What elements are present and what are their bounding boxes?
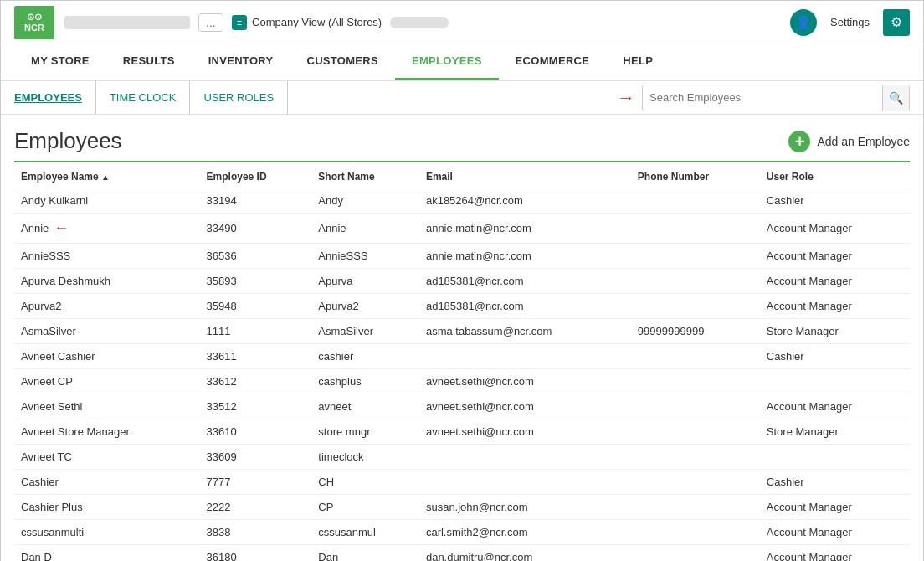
cell-short-name: Apurva	[311, 269, 419, 294]
cell-phone	[631, 294, 760, 319]
cell-email: avneet.sethi@ncr.com	[419, 394, 631, 419]
add-employee-label: Add an Employee	[817, 135, 910, 148]
cell-email: ak185264@ncr.com	[419, 188, 631, 214]
add-circle-icon: +	[788, 131, 810, 152]
menu-dots-button[interactable]: ...	[198, 13, 223, 32]
top-bar: ⊙⊙NCR ... ≡ Company View (All Stores) 👤 …	[1, 1, 923, 44]
cell-phone	[631, 445, 760, 470]
cell-email: ad185381@ncr.com	[419, 294, 631, 319]
table-row[interactable]: cssusanmulti3838cssusanmulcarl.smith2@nc…	[14, 520, 910, 545]
cell-email: annie.matin@ncr.com	[419, 214, 631, 244]
table-row[interactable]: Annie←33490Annieannie.matin@ncr.comAccou…	[14, 214, 910, 244]
cell-email	[419, 470, 631, 495]
top-bar-center: ... ≡ Company View (All Stores)	[64, 13, 780, 32]
cell-employee-id: 36180	[200, 545, 312, 562]
cell-employee-id: 35893	[200, 269, 312, 294]
company-view-selector[interactable]: ≡ Company View (All Stores)	[232, 15, 382, 30]
cell-user-role	[760, 445, 910, 470]
cell-email: asma.tabassum@ncr.com	[419, 319, 631, 344]
col-email: Email	[419, 162, 631, 188]
cell-user-role: Account Manager	[760, 294, 910, 319]
cell-phone	[631, 269, 760, 294]
nav-results[interactable]: RESULTS	[106, 44, 192, 80]
cell-employee-name: Andy Kulkarni	[14, 188, 200, 214]
table-row[interactable]: Avneet Cashier33611cashierCashier	[14, 344, 910, 369]
cell-employee-name: AnnieSSS	[14, 244, 200, 269]
cell-employee-id: 33512	[200, 394, 312, 419]
nav-my-store[interactable]: MY STORE	[14, 44, 106, 80]
cell-short-name: avneet	[311, 394, 419, 419]
table-row[interactable]: Andy Kulkarni33194Andyak185264@ncr.comCa…	[14, 188, 910, 214]
cell-employee-id: 33610	[200, 419, 312, 445]
cell-employee-id: 33194	[200, 188, 312, 214]
search-input[interactable]	[643, 91, 882, 104]
cell-short-name: cashier	[311, 344, 419, 369]
table-row[interactable]: Cashier Plus2222CPsusan.john@ncr.comAcco…	[14, 495, 910, 520]
main-nav: MY STORE RESULTS INVENTORY CUSTOMERS EMP…	[1, 44, 923, 81]
cell-employee-id: 35948	[200, 294, 312, 319]
user-account-button[interactable]: 👤	[790, 9, 817, 36]
cell-phone	[631, 394, 760, 419]
cell-email: carl.smith2@ncr.com	[419, 520, 631, 545]
cell-user-role: Account Manager	[760, 269, 910, 294]
search-input-container: 🔍	[642, 85, 910, 111]
employees-table: Employee Name ▲ Employee ID Short Name E…	[14, 162, 910, 561]
page-header: Employees + Add an Employee	[14, 115, 910, 162]
sub-nav: EMPLOYEES TIME CLOCK USER ROLES → 🔍	[1, 81, 923, 115]
cell-employee-name: Cashier	[14, 470, 200, 495]
cell-phone	[631, 419, 760, 445]
cell-short-name: Dan	[311, 545, 419, 562]
company-view-label: Company View (All Stores)	[252, 16, 382, 28]
table-row[interactable]: AnnieSSS36536AnnieSSSannie.matin@ncr.com…	[14, 244, 910, 269]
table-row[interactable]: Dan D36180Dandan.dumitru@ncr.comAccount …	[14, 545, 910, 562]
cell-employee-id: 33490	[200, 214, 312, 244]
cell-employee-id: 36536	[200, 244, 312, 269]
cell-employee-name: Apurva Deshmukh	[14, 269, 200, 294]
page-title: Employees	[14, 128, 122, 154]
cell-short-name: AnnieSSS	[311, 244, 419, 269]
settings-button[interactable]: ⚙	[883, 9, 910, 36]
table-row[interactable]: Avneet Store Manager33610store mngravnee…	[14, 419, 910, 445]
cell-user-role	[760, 369, 910, 394]
table-row[interactable]: Apurva Deshmukh35893Apurvaad185381@ncr.c…	[14, 269, 910, 294]
cell-employee-name: Apurva2	[14, 294, 200, 319]
cell-employee-id: 33611	[200, 344, 312, 369]
cell-short-name: CP	[311, 495, 419, 520]
cell-user-role: Cashier	[760, 344, 910, 369]
cell-employee-name: Dan D	[14, 545, 200, 562]
subnav-employees[interactable]: EMPLOYEES	[14, 81, 96, 115]
table-row[interactable]: Avneet CP33612cashplusavneet.sethi@ncr.c…	[14, 369, 910, 394]
cell-employee-id: 1111	[200, 319, 312, 344]
table-row[interactable]: Apurva235948Apurva2ad185381@ncr.comAccou…	[14, 294, 910, 319]
cell-employee-name: Avneet TC	[14, 445, 200, 470]
nav-customers[interactable]: CUSTOMERS	[290, 44, 395, 80]
cell-phone	[631, 344, 760, 369]
nav-help[interactable]: HELP	[606, 44, 670, 80]
cell-user-role: Cashier	[760, 188, 910, 214]
table-header-row: Employee Name ▲ Employee ID Short Name E…	[14, 162, 910, 188]
subnav-user-roles[interactable]: USER ROLES	[190, 81, 288, 115]
cell-email: avneet.sethi@ncr.com	[419, 419, 631, 445]
cell-phone	[631, 470, 760, 495]
table-row[interactable]: Avneet TC33609timeclock	[14, 445, 910, 470]
col-user-role: User Role	[760, 162, 910, 188]
cell-short-name: store mngr	[311, 419, 419, 445]
search-bar-area: → 🔍	[617, 85, 910, 111]
cell-email: annie.matin@ncr.com	[419, 244, 631, 269]
search-button[interactable]: 🔍	[882, 85, 909, 111]
table-row[interactable]: Cashier7777CHCashier	[14, 470, 910, 495]
cell-email: susan.john@ncr.com	[419, 495, 631, 520]
settings-label: Settings	[830, 16, 870, 28]
cell-employee-name: Avneet Cashier	[14, 344, 200, 369]
subnav-time-clock[interactable]: TIME CLOCK	[96, 81, 190, 115]
cell-employee-name: Cashier Plus	[14, 495, 200, 520]
search-arrow-indicator: →	[617, 87, 635, 109]
table-row[interactable]: AsmaSilver1111AsmaSilverasma.tabassum@nc…	[14, 319, 910, 344]
nav-ecommerce[interactable]: ECOMMERCE	[499, 44, 607, 80]
nav-employees[interactable]: EMPLOYEES	[395, 44, 499, 80]
add-employee-button[interactable]: + Add an Employee	[788, 131, 910, 152]
col-short-name: Short Name	[311, 162, 419, 188]
nav-inventory[interactable]: INVENTORY	[192, 44, 290, 80]
table-row[interactable]: Avneet Sethi33512avneetavneet.sethi@ncr.…	[14, 394, 910, 419]
cell-employee-id: 3838	[200, 520, 312, 545]
